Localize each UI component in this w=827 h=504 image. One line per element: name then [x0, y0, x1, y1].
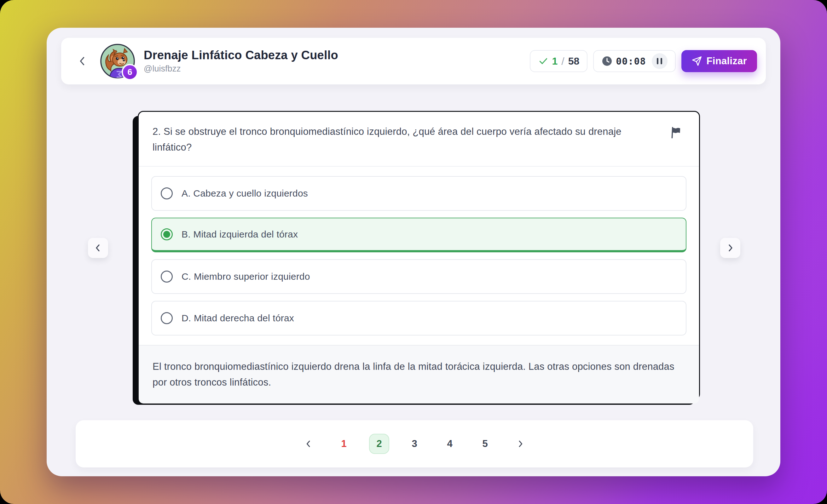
level-badge: 6 [121, 64, 138, 80]
pause-button[interactable] [652, 53, 668, 69]
quiz-app-container: 6 Drenaje Linfático Cabeza y Cuello @lui… [47, 28, 780, 476]
page-4-button[interactable]: 4 [440, 434, 460, 454]
page-5-button[interactable]: 5 [475, 434, 495, 454]
option-d[interactable]: D. Mitad derecha del tórax [151, 301, 686, 336]
progress-pill: 1 / 58 [530, 50, 587, 72]
chevron-left-icon [304, 440, 313, 448]
question-text: 2. Si se obstruye el tronco bronquiomedi… [152, 124, 660, 155]
progress-total: 58 [568, 55, 580, 67]
option-a[interactable]: A. Cabeza y cuello izquierdos [151, 176, 686, 211]
question-card: 2. Si se obstruye el tronco bronquiomedi… [138, 111, 700, 400]
pagination-next-button[interactable] [510, 434, 530, 454]
question-header: 2. Si se obstruye el tronco bronquiomedi… [139, 112, 699, 166]
progress-current: 1 [552, 55, 557, 67]
pause-icon [657, 58, 659, 64]
check-icon [538, 56, 549, 66]
finish-button[interactable]: Finalizar [681, 50, 757, 72]
option-label: C. Miembro superior izquierdo [182, 271, 310, 282]
chevron-right-icon [516, 440, 525, 448]
quiz-author-handle: @luisfbzz [144, 64, 338, 74]
flag-icon [669, 126, 683, 140]
options-list: A. Cabeza y cuello izquierdos B. Mitad i… [139, 166, 699, 345]
header-controls: 1 / 58 00:08 [530, 50, 757, 72]
pagination-bar: 1 2 3 4 5 [76, 420, 753, 467]
explanation-text: El tronco bronquiomediastínico izquierdo… [152, 359, 685, 390]
pagination-previous-button[interactable] [298, 434, 319, 454]
page-2-button-current[interactable]: 2 [369, 434, 389, 454]
chevron-left-icon [77, 56, 88, 66]
avatar: 6 [100, 43, 136, 79]
progress-separator: / [561, 55, 565, 67]
previous-question-button[interactable] [88, 238, 108, 258]
explanation-panel: El tronco bronquiomediastínico izquierdo… [139, 345, 699, 404]
clock-icon [601, 55, 613, 67]
header-bar: 6 Drenaje Linfático Cabeza y Cuello @lui… [61, 38, 766, 85]
gradient-background: 6 Drenaje Linfático Cabeza y Cuello @lui… [0, 0, 827, 504]
next-question-button[interactable] [720, 238, 740, 258]
quiz-title: Drenaje Linfático Cabeza y Cuello [144, 49, 338, 62]
option-c[interactable]: C. Miembro superior izquierdo [151, 259, 686, 294]
page-3-button[interactable]: 3 [404, 434, 425, 454]
flag-question-button[interactable] [668, 124, 685, 142]
chevron-right-icon [726, 243, 735, 253]
chevron-left-icon [93, 243, 103, 253]
back-button[interactable] [74, 52, 91, 70]
option-label: A. Cabeza y cuello izquierdos [182, 188, 308, 199]
title-block: Drenaje Linfático Cabeza y Cuello @luisf… [144, 49, 338, 74]
finish-button-label: Finalizar [707, 55, 747, 67]
option-b[interactable]: B. Mitad izquierda del tórax [151, 218, 686, 252]
radio-unchecked-icon [161, 188, 173, 199]
radio-unchecked-icon [161, 270, 173, 283]
option-label: B. Mitad izquierda del tórax [182, 229, 298, 240]
timer-pill: 00:08 [593, 50, 675, 72]
timer-value: 00:08 [616, 56, 646, 67]
radio-checked-icon [161, 229, 173, 240]
option-label: D. Mitad derecha del tórax [182, 313, 294, 323]
send-icon [691, 56, 702, 66]
page-1-button[interactable]: 1 [334, 434, 354, 454]
radio-unchecked-icon [161, 312, 173, 324]
